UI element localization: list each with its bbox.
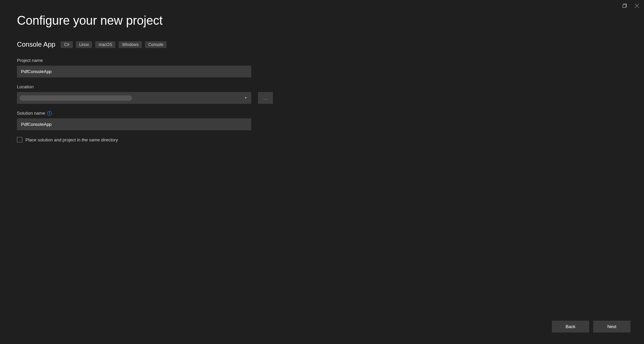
tag-macos: macOS	[95, 41, 115, 48]
footer-buttons: Back Next	[552, 321, 630, 332]
main-content: Configure your new project Console App C…	[0, 0, 644, 142]
page-title: Configure your new project	[17, 14, 627, 28]
location-value-redacted	[20, 95, 132, 101]
same-directory-label: Place solution and project in the same d…	[25, 137, 118, 142]
same-directory-row: Place solution and project in the same d…	[17, 137, 627, 142]
maximize-icon[interactable]	[622, 3, 627, 8]
svg-rect-1	[623, 5, 626, 8]
tag-windows: Windows	[119, 41, 142, 48]
project-name-label: Project name	[17, 58, 627, 63]
location-group: Location ▼ ...	[17, 84, 627, 104]
location-label: Location	[17, 84, 627, 89]
location-combobox[interactable]: ▼	[17, 92, 251, 104]
template-tags: C# Linux macOS Windows Console	[61, 41, 167, 48]
window-titlebar	[622, 0, 644, 8]
solution-name-label: Solution name	[17, 111, 45, 116]
tag-csharp: C#	[61, 41, 72, 48]
next-button[interactable]: Next	[593, 321, 630, 332]
project-name-input[interactable]	[17, 66, 251, 77]
template-info-row: Console App C# Linux macOS Windows Conso…	[17, 41, 627, 48]
browse-button[interactable]: ...	[258, 92, 273, 104]
same-directory-checkbox[interactable]	[17, 137, 22, 142]
solution-name-input[interactable]	[17, 118, 251, 130]
back-button[interactable]: Back	[552, 321, 589, 332]
template-name: Console App	[17, 41, 55, 48]
tag-linux: Linux	[76, 41, 92, 48]
dropdown-arrow-icon: ▼	[244, 96, 247, 99]
tag-console: Console	[145, 41, 167, 48]
info-icon[interactable]: i	[47, 111, 52, 116]
close-icon[interactable]	[635, 3, 639, 8]
project-name-group: Project name	[17, 58, 627, 77]
solution-name-group: Solution name i	[17, 111, 627, 130]
